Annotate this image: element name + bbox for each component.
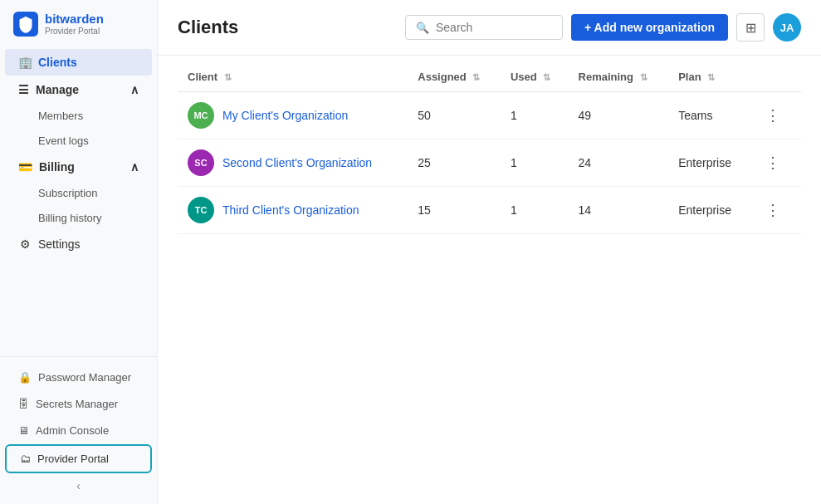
avatar-initials: JA <box>780 22 794 34</box>
sidebar-item-clients[interactable]: 🏢 Clients <box>5 49 152 76</box>
remaining-cell: 49 <box>569 92 669 139</box>
members-label: Members <box>38 110 83 122</box>
sidebar-manage-section[interactable]: ☰ Manage ∧ <box>5 76 152 103</box>
row-more-button[interactable]: ⋮ <box>760 105 785 126</box>
password-manager-label: Password Manager <box>38 371 131 384</box>
remaining-cell: 24 <box>569 139 669 187</box>
grid-view-button[interactable]: ⊞ <box>736 13 765 42</box>
sidebar-item-settings[interactable]: ⚙ Settings <box>5 231 152 257</box>
page-title: Clients <box>178 17 238 38</box>
manage-label: Manage <box>36 83 79 96</box>
col-plan[interactable]: Plan ⇅ <box>668 62 750 92</box>
plan-sort-icon: ⇅ <box>707 72 715 82</box>
col-client[interactable]: Client ⇅ <box>178 62 408 92</box>
secrets-manager-label: Secrets Manager <box>36 398 118 410</box>
grid-icon: ⊞ <box>745 20 756 36</box>
actions-cell: ⋮ <box>750 139 801 187</box>
sidebar-item-admin-console[interactable]: 🖥 Admin Console <box>5 418 152 443</box>
header-actions: 🔍 + Add new organization ⊞ JA <box>405 13 801 42</box>
sidebar-item-event-logs[interactable]: Event logs <box>5 129 152 153</box>
client-cell: MC My Client's Organization <box>178 92 408 139</box>
billing-icon: 💳 <box>18 160 32 174</box>
main-header: Clients 🔍 + Add new organization ⊞ JA <box>158 0 821 56</box>
org-name-link[interactable]: Second Client's Organization <box>222 156 372 169</box>
remaining-cell: 14 <box>569 187 669 234</box>
sidebar-navigation: 🏢 Clients ☰ Manage ∧ Members Event logs … <box>0 45 157 356</box>
plan-cell: Enterprise <box>668 187 750 234</box>
logo-name: bitwarden <box>45 12 104 27</box>
plan-cell: Teams <box>668 92 750 139</box>
add-organization-button[interactable]: + Add new organization <box>571 14 728 41</box>
client-cell: TC Third Client's Organization <box>178 187 408 234</box>
clients-icon: 🏢 <box>18 56 32 69</box>
used-sort-icon: ⇅ <box>543 72 550 82</box>
admin-console-label: Admin Console <box>36 424 109 437</box>
sidebar-item-subscription[interactable]: Subscription <box>5 181 152 205</box>
sidebar-item-billing-history[interactable]: Billing history <box>5 206 152 230</box>
remaining-sort-icon: ⇅ <box>640 72 648 82</box>
col-used[interactable]: Used ⇅ <box>501 62 569 92</box>
org-avatar: MC <box>188 102 214 129</box>
sidebar-item-provider-portal[interactable]: 🗂 Provider Portal <box>5 444 152 473</box>
assigned-cell: 25 <box>408 139 501 187</box>
sidebar: bitwarden Provider Portal 🏢 Clients ☰ Ma… <box>0 0 158 504</box>
table-row: SC Second Client's Organization 25 1 24 … <box>178 139 801 187</box>
billing-label: Billing <box>39 160 75 174</box>
event-logs-label: Event logs <box>38 135 89 147</box>
logo-sub: Provider Portal <box>45 27 104 36</box>
add-org-label: + Add new organization <box>584 21 715 34</box>
table-header: Client ⇅ Assigned ⇅ Used ⇅ Remaining ⇅ <box>178 62 801 92</box>
clients-table: Client ⇅ Assigned ⇅ Used ⇅ Remaining ⇅ <box>178 62 801 234</box>
provider-portal-icon: 🗂 <box>20 453 31 465</box>
search-icon: 🔍 <box>416 22 429 34</box>
manage-chevron-icon: ∧ <box>130 83 139 96</box>
assigned-cell: 50 <box>408 92 501 139</box>
row-more-button[interactable]: ⋮ <box>760 152 785 174</box>
main-content: Clients 🔍 + Add new organization ⊞ JA Cl… <box>158 0 821 504</box>
assigned-cell: 15 <box>408 187 501 234</box>
bitwarden-logo-icon <box>13 12 38 37</box>
sidebar-logo: bitwarden Provider Portal <box>0 0 157 45</box>
org-avatar: SC <box>188 149 214 176</box>
col-actions <box>750 62 801 92</box>
org-name-link[interactable]: Third Client's Organization <box>222 203 359 217</box>
org-name-link[interactable]: My Client's Organization <box>222 109 348 122</box>
subscription-label: Subscription <box>38 187 98 199</box>
used-cell: 1 <box>501 92 569 139</box>
table-body: MC My Client's Organization 50 1 49 Team… <box>178 92 801 234</box>
avatar[interactable]: JA <box>773 13 801 42</box>
sidebar-item-password-manager[interactable]: 🔒 Password Manager <box>5 365 152 390</box>
billing-chevron-icon: ∧ <box>130 160 139 174</box>
sidebar-item-clients-label: Clients <box>38 56 77 69</box>
col-assigned[interactable]: Assigned ⇅ <box>408 62 501 92</box>
assigned-sort-icon: ⇅ <box>472 72 480 82</box>
sidebar-billing-section[interactable]: 💳 Billing ∧ <box>5 154 152 180</box>
sidebar-bottom: 🔒 Password Manager 🗄 Secrets Manager 🖥 A… <box>0 356 157 504</box>
sidebar-item-secrets-manager[interactable]: 🗄 Secrets Manager <box>5 391 152 417</box>
secrets-manager-icon: 🗄 <box>18 398 29 410</box>
client-sort-icon: ⇅ <box>224 72 232 82</box>
actions-cell: ⋮ <box>750 187 801 234</box>
password-manager-icon: 🔒 <box>18 371 32 384</box>
collapse-icon: ‹ <box>76 479 81 492</box>
row-more-button[interactable]: ⋮ <box>760 199 785 221</box>
search-box[interactable]: 🔍 <box>405 15 563 40</box>
settings-label: Settings <box>38 237 81 251</box>
billing-history-label: Billing history <box>38 212 102 224</box>
client-cell: SC Second Client's Organization <box>178 139 408 187</box>
clients-table-container: Client ⇅ Assigned ⇅ Used ⇅ Remaining ⇅ <box>158 56 821 504</box>
plan-cell: Enterprise <box>668 139 750 187</box>
sidebar-collapse-button[interactable]: ‹ <box>0 474 157 497</box>
sidebar-item-members[interactable]: Members <box>5 104 152 128</box>
org-avatar: TC <box>188 197 214 223</box>
used-cell: 1 <box>501 139 569 187</box>
actions-cell: ⋮ <box>750 92 801 139</box>
search-input[interactable] <box>436 21 552 34</box>
col-remaining[interactable]: Remaining ⇅ <box>569 62 669 92</box>
admin-console-icon: 🖥 <box>18 424 29 437</box>
settings-icon: ⚙ <box>18 237 32 251</box>
table-row: MC My Client's Organization 50 1 49 Team… <box>178 92 801 139</box>
logo-text: bitwarden Provider Portal <box>45 12 104 36</box>
provider-portal-label: Provider Portal <box>37 453 109 465</box>
manage-icon: ☰ <box>18 83 29 96</box>
